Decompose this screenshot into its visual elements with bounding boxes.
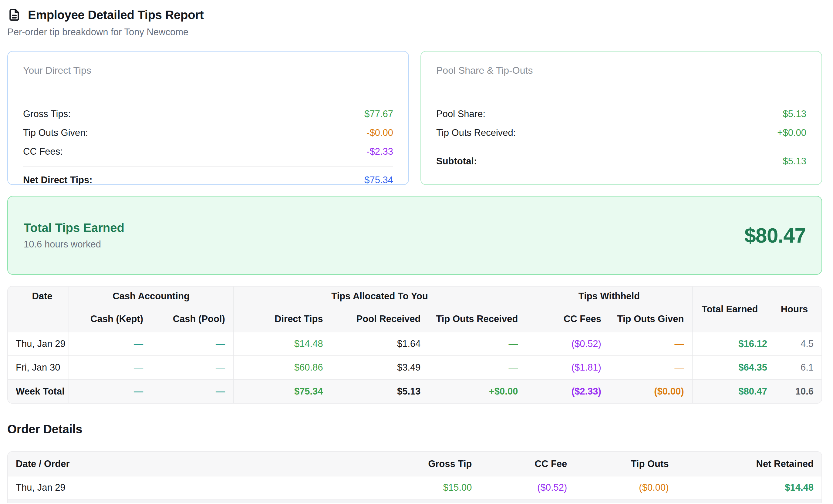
page-subtitle: Per-order tip breakdown for Tony Newcome (7, 27, 822, 38)
hours-cell: 10.6 (775, 379, 822, 403)
card-divider (23, 167, 393, 167)
tip-outs-received-cell: — (429, 332, 526, 356)
order-row-thu-jan-29: Thu, Jan 29 $15.00 ($0.52) ($0.00) $14.4… (8, 476, 822, 499)
table-row-fri-jan-30: Fri, Jan 30 — — $60.86 $3.49 — ($1.81) —… (8, 356, 822, 379)
tip-outs-received-row: Tip Outs Received: +$0.00 (436, 123, 806, 142)
gross-tips-row: Gross Tips: $77.67 (23, 105, 393, 123)
cash-pool-cell: — (151, 332, 233, 356)
date-cell: Thu, Jan 29 (8, 332, 69, 356)
net-retained-cell: $14.48 (677, 476, 822, 499)
tip-outs-given-label: Tip Outs Given: (23, 127, 88, 138)
cc-fees-cell: ($0.52) (526, 332, 609, 356)
total-tips-banner: Total Tips Earned 10.6 hours worked $80.… (7, 196, 822, 275)
card-divider (436, 148, 806, 148)
pool-share-card-title: Pool Share & Tip-Outs (436, 65, 806, 76)
pool-share-card: Pool Share & Tip-Outs Pool Share: $5.13 … (421, 51, 822, 185)
banner-title: Total Tips Earned (24, 221, 124, 235)
col-group-tips-allocated: Tips Allocated To You (233, 287, 526, 306)
date-cell: Fri, Jan 30 (8, 356, 69, 379)
gross-tips-value: $77.67 (364, 109, 393, 119)
direct-tips-cell: $60.86 (233, 356, 331, 379)
cc-fees-cell: ($1.81) (526, 356, 609, 379)
cc-fees-value: -$2.33 (366, 146, 393, 157)
col-header-tip-outs: Tip Outs (575, 452, 676, 476)
cc-fee-cell: ($0.52) (480, 476, 575, 499)
summary-cards: Your Direct Tips Gross Tips: $77.67 Tip … (7, 51, 822, 185)
gross-tip-cell: $15.00 (377, 476, 480, 499)
cc-fees-row: CC Fees: -$2.33 (23, 142, 393, 161)
col-subheader-tip-outs-received: Tip Outs Received (429, 306, 526, 332)
order-details-heading: Order Details (7, 423, 822, 436)
pool-received-cell: $5.13 (331, 379, 429, 403)
col-subheader-direct-tips: Direct Tips (233, 306, 331, 332)
pool-share-label: Pool Share: (436, 109, 485, 119)
tip-outs-given-cell: ($0.00) (609, 379, 692, 403)
col-group-cash-accounting: Cash Accounting (69, 287, 233, 306)
pool-subtotal-value: $5.13 (783, 156, 806, 167)
tip-outs-given-cell: — (609, 356, 692, 379)
col-header-date-order: Date / Order (8, 452, 377, 476)
order-date-cell: Thu, Jan 29 (8, 476, 377, 499)
cc-fees-label: CC Fees: (23, 146, 63, 157)
tip-outs-given-row: Tip Outs Given: -$0.00 (23, 123, 393, 142)
pool-subtotal-row: Subtotal: $5.13 (436, 152, 806, 171)
col-subheader-tip-outs-given: Tip Outs Given (609, 306, 692, 332)
total-earned-cell: $64.35 (692, 356, 776, 379)
hours-cell: 4.5 (775, 332, 822, 356)
col-subheader-cash-pool: Cash (Pool) (151, 306, 233, 332)
tip-outs-received-value: +$0.00 (777, 127, 806, 138)
pool-received-cell: $3.49 (331, 356, 429, 379)
tip-outs-received-cell: — (429, 356, 526, 379)
cash-pool-cell: — (151, 379, 233, 403)
col-header-total-earned: Total Earned (692, 287, 776, 332)
total-earned-cell: $16.12 (692, 332, 776, 356)
tips-report-page: Employee Detailed Tips Report Per-order … (7, 8, 822, 503)
col-subheader-blank (8, 306, 69, 332)
report-header: Employee Detailed Tips Report Per-order … (7, 8, 822, 38)
col-subheader-pool-received: Pool Received (331, 306, 429, 332)
col-header-cc-fee: CC Fee (480, 452, 575, 476)
tip-outs-received-label: Tip Outs Received: (436, 127, 516, 138)
hours-cell: 6.1 (775, 356, 822, 379)
order-header-row: Date / Order Gross Tip CC Fee Tip Outs N… (8, 452, 822, 476)
order-row-partial (8, 500, 822, 503)
cc-fees-cell: ($2.33) (526, 379, 609, 403)
col-subheader-cash-kept: Cash (Kept) (69, 306, 151, 332)
daily-summary-table: Date Cash Accounting Tips Allocated To Y… (7, 286, 822, 404)
direct-tips-cell: $75.34 (233, 379, 331, 403)
banner-hours-worked: 10.6 hours worked (24, 239, 124, 250)
order-details-table: Date / Order Gross Tip CC Fee Tip Outs N… (7, 451, 822, 503)
pool-received-cell: $1.64 (331, 332, 429, 356)
net-direct-tips-value: $75.34 (364, 175, 393, 186)
tip-outs-given-cell: — (609, 332, 692, 356)
cash-pool-cell: — (151, 356, 233, 379)
direct-tips-cell: $14.48 (233, 332, 331, 356)
pool-share-row: Pool Share: $5.13 (436, 105, 806, 123)
pool-share-value: $5.13 (783, 109, 806, 119)
cash-kept-cell: — (69, 356, 151, 379)
col-header-net-retained: Net Retained (677, 452, 822, 476)
col-group-tips-withheld: Tips Withheld (526, 287, 692, 306)
tip-outs-given-value: -$0.00 (366, 127, 393, 138)
banner-text: Total Tips Earned 10.6 hours worked (24, 221, 124, 250)
date-cell: Week Total (8, 379, 69, 403)
page-title: Employee Detailed Tips Report (28, 8, 204, 22)
cash-kept-cell: — (69, 332, 151, 356)
banner-total-amount: $80.47 (744, 223, 806, 247)
net-direct-tips-label: Net Direct Tips: (23, 175, 93, 186)
col-header-gross-tip: Gross Tip (377, 452, 480, 476)
col-header-date: Date (8, 287, 69, 306)
tip-outs-cell: ($0.00) (575, 476, 676, 499)
cash-kept-cell: — (69, 379, 151, 403)
tip-outs-received-cell: +$0.00 (429, 379, 526, 403)
document-icon (7, 8, 21, 22)
total-earned-cell: $80.47 (692, 379, 776, 403)
pool-subtotal-label: Subtotal: (436, 156, 477, 167)
direct-tips-card: Your Direct Tips Gross Tips: $77.67 Tip … (7, 51, 409, 185)
group-header-row: Date Cash Accounting Tips Allocated To Y… (8, 287, 822, 306)
net-direct-tips-row: Net Direct Tips: $75.34 (23, 171, 393, 190)
direct-tips-card-title: Your Direct Tips (23, 65, 393, 76)
table-row-thu-jan-29: Thu, Jan 29 — — $14.48 $1.64 — ($0.52) —… (8, 332, 822, 356)
title-row: Employee Detailed Tips Report (7, 8, 822, 22)
col-subheader-cc-fees: CC Fees (526, 306, 609, 332)
